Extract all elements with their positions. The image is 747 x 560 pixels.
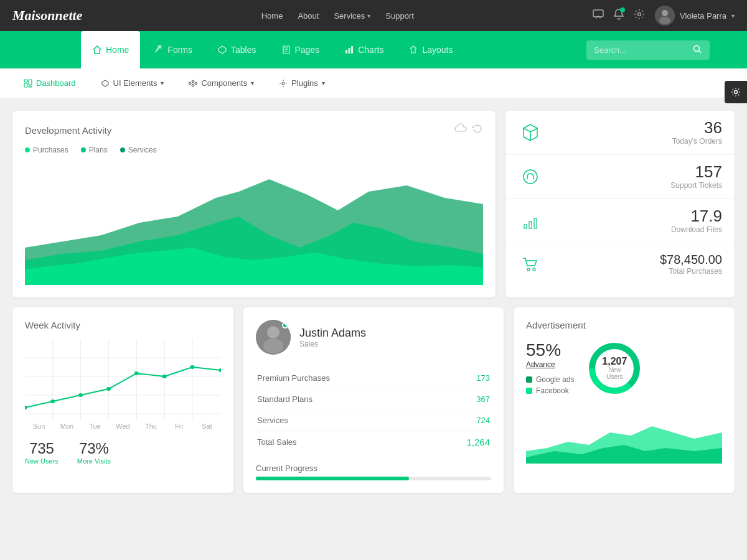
chevron-down-icon: ▾ bbox=[161, 80, 164, 86]
gear-icon-btn[interactable] bbox=[634, 9, 645, 22]
ter-nav-components[interactable]: Components ▾ bbox=[184, 76, 259, 90]
chevron-down-icon: ▾ bbox=[322, 80, 325, 86]
ad-legend: Google ads Facebook bbox=[526, 375, 574, 395]
svg-line-12 bbox=[699, 50, 702, 53]
tab-charts-label: Charts bbox=[358, 45, 383, 55]
support-icon bbox=[518, 164, 543, 189]
sales-profile: Justin Adams Sales bbox=[256, 320, 491, 355]
svg-rect-29 bbox=[534, 218, 537, 228]
stat-orders-value: 36 bbox=[553, 119, 722, 136]
week-chart-labels: Sun Mon Tue Wed Thu Fri Sat bbox=[25, 422, 221, 430]
search-box[interactable] bbox=[586, 40, 710, 60]
stat-purchases-value: $78,450.00 bbox=[553, 253, 722, 266]
legend-plans: Plans bbox=[81, 146, 108, 154]
svg-rect-13 bbox=[24, 80, 27, 82]
svg-point-47 bbox=[162, 375, 167, 378]
legend-services: Services bbox=[120, 146, 157, 154]
orders-icon bbox=[518, 120, 543, 145]
tab-home[interactable]: Home bbox=[81, 31, 140, 68]
google-ads-label: Google ads bbox=[536, 375, 574, 384]
secondary-nav: Home Forms Tables Pages Charts Layouts bbox=[0, 31, 747, 68]
day-label-thu: Thu bbox=[137, 422, 165, 430]
week-stat-new-users: 735 New Users bbox=[25, 440, 59, 465]
ter-nav-components-label: Components bbox=[201, 78, 247, 88]
tab-charts[interactable]: Charts bbox=[333, 31, 395, 68]
ter-nav-dashboard-label: Dashboard bbox=[36, 78, 76, 88]
nav-link-services[interactable]: Services ▾ bbox=[334, 11, 370, 21]
donut-value: 1,207 bbox=[601, 357, 629, 366]
legend-google-ads: Google ads bbox=[526, 375, 574, 384]
donut-center: 1,207 New Users bbox=[601, 357, 629, 380]
refresh-icon[interactable] bbox=[472, 123, 483, 137]
legend-services-label: Services bbox=[128, 146, 157, 154]
top-nav-right: Violeta Parra ▾ bbox=[593, 6, 735, 26]
stat-support-label: Support Tickets bbox=[553, 181, 722, 190]
tab-tables[interactable]: Tables bbox=[206, 31, 267, 68]
row-label: Premium Purchases bbox=[257, 368, 433, 388]
svg-marker-17 bbox=[102, 80, 108, 86]
stat-support-info: 157 Support Tickets bbox=[553, 164, 722, 190]
stat-purchases-info: $78,450.00 Total Purchases bbox=[553, 253, 722, 276]
top-nav-links: Home About Services ▾ Support bbox=[261, 11, 414, 21]
stat-orders-label: Today's Orders bbox=[553, 137, 722, 146]
top-nav: Maisonnette Home About Services ▾ Suppor… bbox=[0, 0, 747, 31]
ad-left-stats: 55% Advance Google ads Facebook bbox=[526, 340, 574, 398]
sec-nav-tabs: Home Forms Tables Pages Charts Layouts bbox=[81, 31, 464, 68]
row-value: 724 bbox=[434, 411, 490, 431]
ad-stats: 55% Advance Google ads Facebook bbox=[526, 340, 722, 398]
row-total-value: 1,264 bbox=[434, 432, 490, 452]
week-stat-more-visits-label: More Visits bbox=[77, 457, 111, 465]
stat-download-info: 17.9 Download Files bbox=[553, 208, 722, 234]
ter-nav-ui-elements[interactable]: UI Elements ▾ bbox=[96, 76, 169, 90]
day-label-mon: Mon bbox=[53, 422, 81, 430]
ter-nav-dashboard[interactable]: Dashboard bbox=[19, 76, 81, 90]
row-value: 173 bbox=[434, 368, 490, 388]
ad-bottom-chart bbox=[526, 414, 722, 464]
row-label: Services bbox=[257, 411, 433, 431]
ad-percent: 55% bbox=[526, 340, 574, 360]
table-row: Total Sales 1,264 bbox=[257, 432, 490, 452]
legend-plans-label: Plans bbox=[89, 146, 108, 154]
search-icon bbox=[692, 44, 702, 56]
search-input[interactable] bbox=[594, 45, 687, 55]
dev-activity-actions bbox=[454, 123, 483, 137]
week-line-chart bbox=[25, 339, 221, 420]
svg-point-19 bbox=[735, 91, 738, 94]
svg-point-4 bbox=[659, 17, 670, 24]
nav-link-support[interactable]: Support bbox=[385, 11, 414, 21]
stat-download-label: Download Files bbox=[553, 225, 722, 234]
svg-point-3 bbox=[662, 10, 668, 16]
svg-rect-27 bbox=[524, 225, 527, 228]
day-label-wed: Wed bbox=[109, 422, 137, 430]
ter-nav-ui-elements-label: UI Elements bbox=[113, 78, 157, 88]
ter-nav-plugins-label: Plugins bbox=[291, 78, 318, 88]
message-icon-btn[interactable] bbox=[593, 9, 604, 22]
brand-logo: Maisonnette bbox=[12, 7, 82, 24]
week-stat-more-visits: 73% More Visits bbox=[77, 440, 111, 465]
nav-link-about[interactable]: About bbox=[298, 11, 319, 21]
user-menu[interactable]: Violeta Parra ▾ bbox=[655, 6, 735, 26]
bell-icon-btn[interactable] bbox=[614, 9, 624, 22]
cloud-icon[interactable] bbox=[454, 123, 467, 137]
week-activity-card: Week Activity bbox=[12, 307, 233, 493]
tab-layouts-label: Layouts bbox=[422, 45, 453, 55]
tab-layouts[interactable]: Layouts bbox=[397, 31, 464, 68]
stat-download-files: 17.9 Download Files bbox=[505, 199, 735, 243]
settings-sidebar-btn[interactable] bbox=[725, 81, 747, 103]
tab-forms[interactable]: Forms bbox=[143, 31, 204, 68]
legend-dot bbox=[120, 147, 125, 152]
week-stat-new-users-value: 735 bbox=[25, 440, 59, 457]
svg-point-46 bbox=[134, 371, 139, 375]
ter-nav-plugins[interactable]: Plugins ▾ bbox=[274, 76, 330, 90]
table-row: Standard Plans 367 bbox=[257, 390, 490, 409]
svg-rect-9 bbox=[349, 48, 350, 54]
nav-link-home[interactable]: Home bbox=[261, 11, 283, 21]
donut-sublabel: New Users bbox=[601, 366, 629, 380]
svg-point-43 bbox=[50, 399, 55, 403]
tab-pages[interactable]: Pages bbox=[270, 31, 331, 68]
facebook-label: Facebook bbox=[536, 386, 569, 395]
stat-purchases-label: Total Purchases bbox=[553, 267, 722, 276]
avatar bbox=[655, 6, 675, 26]
week-stats: 735 New Users 73% More Visits bbox=[25, 440, 221, 465]
row-label: Standard Plans bbox=[257, 390, 433, 409]
